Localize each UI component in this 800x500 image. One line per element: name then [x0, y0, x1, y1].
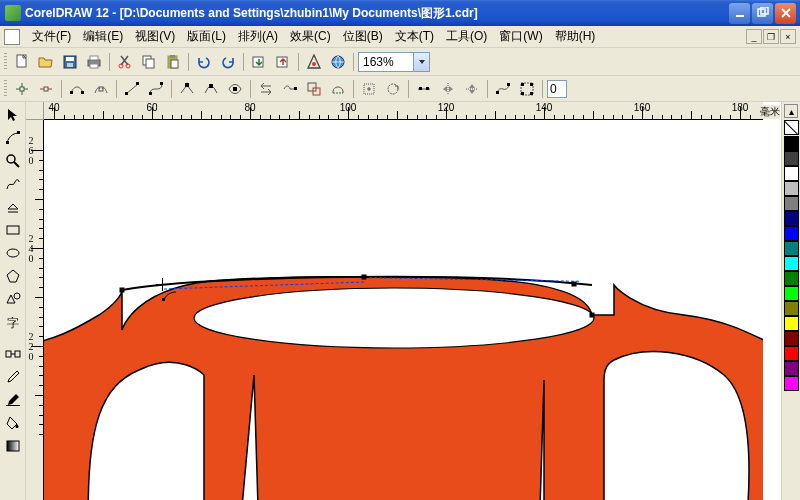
cut-icon[interactable] — [114, 51, 136, 73]
pick-tool-icon[interactable] — [2, 104, 24, 126]
polygon-tool-icon[interactable] — [2, 265, 24, 287]
select-all-nodes-icon[interactable] — [516, 78, 538, 100]
shape-tool-icon[interactable] — [2, 127, 24, 149]
document-icon — [4, 29, 20, 45]
elastic-mode-icon[interactable] — [492, 78, 514, 100]
stretch-nodes-icon[interactable] — [358, 78, 380, 100]
drawing-viewport[interactable] — [44, 120, 763, 500]
save-icon[interactable] — [59, 51, 81, 73]
drawing-artwork[interactable] — [44, 120, 763, 500]
extract-subpath-icon[interactable] — [303, 78, 325, 100]
svg-rect-5 — [66, 57, 74, 61]
minimize-button[interactable] — [729, 3, 750, 24]
copy-icon[interactable] — [138, 51, 160, 73]
join-nodes-icon[interactable] — [66, 78, 88, 100]
paste-icon[interactable] — [162, 51, 184, 73]
corel-online-icon[interactable] — [327, 51, 349, 73]
horizontal-ruler[interactable]: 406080100120140160180 — [44, 102, 763, 120]
zoom-combo[interactable] — [358, 52, 430, 72]
ellipse-tool-icon[interactable] — [2, 242, 24, 264]
outline-tool-icon[interactable] — [2, 389, 24, 411]
symmetric-node-icon[interactable] — [224, 78, 246, 100]
mdi-restore-button[interactable]: ❐ — [763, 29, 779, 44]
svg-rect-59 — [162, 298, 165, 301]
window-title: CorelDRAW 12 - [D:\Documents and Setting… — [25, 5, 729, 22]
text-tool-icon[interactable]: 字 — [2, 311, 24, 333]
rectangle-tool-icon[interactable] — [2, 219, 24, 241]
ruler-label: 2 6 0 — [26, 136, 36, 166]
ruler-label: 2 4 0 — [26, 234, 36, 264]
rotate-nodes-icon[interactable] — [382, 78, 404, 100]
import-icon[interactable] — [248, 51, 270, 73]
curve-smoothing-input[interactable] — [547, 80, 567, 98]
interactive-fill-tool-icon[interactable] — [2, 435, 24, 457]
break-node-icon[interactable] — [90, 78, 112, 100]
interactive-blend-tool-icon[interactable] — [2, 343, 24, 365]
menu-item[interactable]: 版面(L) — [181, 26, 232, 47]
reflect-h-icon[interactable] — [437, 78, 459, 100]
zoom-input[interactable] — [358, 52, 414, 72]
menu-item[interactable]: 文件(F) — [26, 26, 77, 47]
curve-node[interactable] — [362, 275, 367, 280]
new-icon[interactable] — [11, 51, 33, 73]
extend-curve-icon[interactable] — [279, 78, 301, 100]
fill-tool-icon[interactable] — [2, 412, 24, 434]
export-icon[interactable] — [272, 51, 294, 73]
vertical-ruler[interactable]: 2 6 02 4 02 2 0 — [26, 120, 44, 500]
mdi-minimize-button[interactable]: _ — [746, 29, 762, 44]
title-bar: CorelDRAW 12 - [D:\Documents and Setting… — [0, 0, 800, 26]
close-button[interactable] — [775, 3, 796, 24]
svg-rect-44 — [530, 83, 533, 86]
zoom-tool-icon[interactable] — [2, 150, 24, 172]
curve-node[interactable] — [590, 313, 595, 318]
svg-point-51 — [7, 249, 19, 257]
menu-item[interactable]: 编辑(E) — [77, 26, 129, 47]
svg-rect-38 — [419, 87, 422, 90]
eyedropper-tool-icon[interactable] — [2, 366, 24, 388]
auto-close-icon[interactable] — [327, 78, 349, 100]
mdi-close-button[interactable]: × — [780, 29, 796, 44]
toolbox: 字 — [0, 102, 26, 500]
menu-item[interactable]: 文本(T) — [389, 26, 440, 47]
property-bar — [0, 76, 800, 102]
curve-node[interactable] — [120, 288, 125, 293]
delete-node-icon[interactable] — [35, 78, 57, 100]
control-handle-node[interactable] — [572, 282, 577, 287]
svg-rect-9 — [90, 64, 98, 68]
reverse-direction-icon[interactable] — [255, 78, 277, 100]
reflect-v-icon[interactable] — [461, 78, 483, 100]
svg-rect-15 — [170, 55, 175, 58]
open-icon[interactable] — [35, 51, 57, 73]
smart-draw-tool-icon[interactable] — [2, 196, 24, 218]
cusp-node-icon[interactable] — [176, 78, 198, 100]
menu-item[interactable]: 帮助(H) — [549, 26, 602, 47]
svg-rect-41 — [507, 83, 510, 86]
menu-item[interactable]: 窗口(W) — [493, 26, 548, 47]
basic-shapes-tool-icon[interactable] — [2, 288, 24, 310]
menu-item[interactable]: 工具(O) — [440, 26, 493, 47]
ruler-origin[interactable] — [26, 102, 44, 120]
smooth-node-icon[interactable] — [200, 78, 222, 100]
svg-rect-46 — [530, 92, 533, 95]
to-line-icon[interactable] — [121, 78, 143, 100]
redo-icon[interactable] — [217, 51, 239, 73]
svg-rect-26 — [125, 92, 128, 95]
toolbar-grip[interactable] — [4, 53, 7, 71]
print-icon[interactable] — [83, 51, 105, 73]
svg-point-49 — [7, 155, 15, 163]
menu-item[interactable]: 排列(A) — [232, 26, 284, 47]
add-node-icon[interactable] — [11, 78, 33, 100]
menu-item[interactable]: 视图(V) — [129, 26, 181, 47]
align-nodes-icon[interactable] — [413, 78, 435, 100]
undo-icon[interactable] — [193, 51, 215, 73]
to-curve-icon[interactable] — [145, 78, 167, 100]
maximize-button[interactable] — [752, 3, 773, 24]
zoom-dropdown-button[interactable] — [414, 52, 430, 72]
app-launcher-icon[interactable] — [303, 51, 325, 73]
svg-rect-24 — [81, 91, 84, 94]
toolbar-grip[interactable] — [4, 80, 7, 98]
menu-item[interactable]: 效果(C) — [284, 26, 337, 47]
svg-point-52 — [14, 293, 20, 299]
menu-item[interactable]: 位图(B) — [337, 26, 389, 47]
freehand-tool-icon[interactable] — [2, 173, 24, 195]
